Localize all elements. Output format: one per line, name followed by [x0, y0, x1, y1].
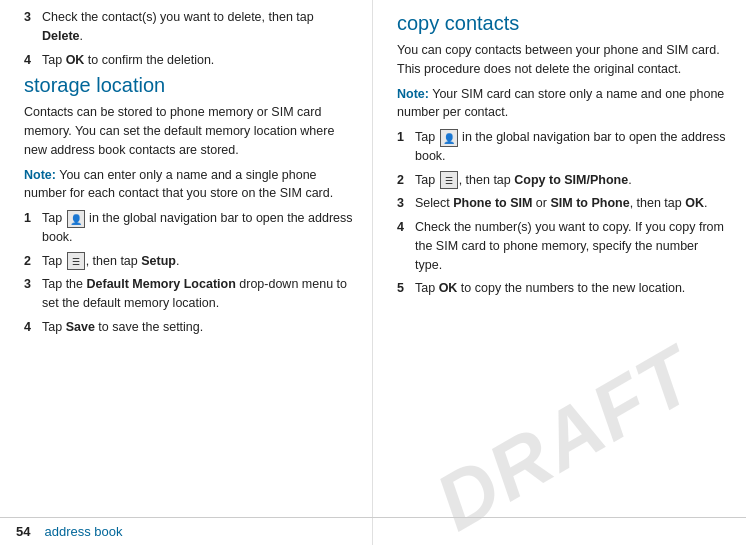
storage-step-1: 1 Tap 👤 in the global navigation bar to …	[24, 209, 354, 247]
s-step-num-4: 4	[24, 318, 42, 337]
s-step-num-2: 2	[24, 252, 42, 271]
storage-step-3: 3 Tap the Default Memory Location drop-d…	[24, 275, 354, 313]
intro-steps-list: 3 Check the contact(s) you want to delet…	[24, 8, 354, 69]
footer-page-num: 54	[16, 524, 30, 539]
storage-step-4: 4 Tap Save to save the setting.	[24, 318, 354, 337]
s-step-num-1: 1	[24, 209, 42, 228]
storage-body: Contacts can be stored to phone memory o…	[24, 103, 354, 159]
c-step-3-text: Select Phone to SIM or SIM to Phone, the…	[415, 194, 728, 213]
ok-label-1: OK	[66, 53, 85, 67]
save-label: Save	[66, 320, 95, 334]
step-num-3: 3	[24, 8, 42, 27]
note1-label: Note:	[24, 168, 56, 182]
c-step-1-text: Tap 👤 in the global navigation bar to op…	[415, 128, 728, 166]
storage-heading: storage location	[24, 74, 354, 97]
c-step-num-4: 4	[397, 218, 415, 237]
s-step-1-text: Tap 👤 in the global navigation bar to op…	[42, 209, 354, 247]
person-icon-right-1: 👤	[440, 129, 458, 147]
note1: Note: You can enter only a name and a si…	[24, 166, 354, 204]
step-4-text: Tap OK to confirm the deletion.	[42, 51, 354, 70]
footer-bar: 54 address book	[0, 517, 746, 545]
person-icon-left-1: 👤	[67, 210, 85, 228]
c-step-num-2: 2	[397, 171, 415, 190]
right-column: copy contacts You can copy contacts betw…	[373, 0, 746, 545]
copy-heading: copy contacts	[397, 12, 728, 35]
menu-icon-right-1: ☰	[440, 171, 458, 189]
s-step-4-text: Tap Save to save the setting.	[42, 318, 354, 337]
storage-step-2: 2 Tap ☰, then tap Setup.	[24, 252, 354, 271]
setup-label: Setup	[141, 254, 176, 268]
copy-body: You can copy contacts between your phone…	[397, 41, 728, 79]
menu-icon-left-1: ☰	[67, 252, 85, 270]
page-container: 3 Check the contact(s) you want to delet…	[0, 0, 746, 545]
phone-to-sim-label: Phone to SIM	[453, 196, 532, 210]
c-step-5-text: Tap OK to copy the numbers to the new lo…	[415, 279, 728, 298]
sim-to-phone-label: SIM to Phone	[550, 196, 629, 210]
c-step-2-text: Tap ☰, then tap Copy to SIM/Phone.	[415, 171, 728, 190]
c-step-num-3: 3	[397, 194, 415, 213]
storage-steps-list: 1 Tap 👤 in the global navigation bar to …	[24, 209, 354, 337]
copy-to-sim-label: Copy to SIM/Phone	[514, 173, 628, 187]
copy-steps-list: 1 Tap 👤 in the global navigation bar to …	[397, 128, 728, 298]
delete-label: Delete	[42, 29, 80, 43]
note2-label: Note:	[397, 87, 429, 101]
copy-step-1: 1 Tap 👤 in the global navigation bar to …	[397, 128, 728, 166]
copy-step-5: 5 Tap OK to copy the numbers to the new …	[397, 279, 728, 298]
s-step-num-3: 3	[24, 275, 42, 294]
c-step-num-5: 5	[397, 279, 415, 298]
step-3-delete: 3 Check the contact(s) you want to delet…	[24, 8, 354, 46]
copy-step-3: 3 Select Phone to SIM or SIM to Phone, t…	[397, 194, 728, 213]
copy-step-2: 2 Tap ☰, then tap Copy to SIM/Phone.	[397, 171, 728, 190]
footer-section-name: address book	[44, 524, 122, 539]
left-column: 3 Check the contact(s) you want to delet…	[0, 0, 373, 545]
step-3-text: Check the contact(s) you want to delete,…	[42, 8, 354, 46]
note2-text: Your SIM card can store only a name and …	[397, 87, 724, 120]
s-step-2-text: Tap ☰, then tap Setup.	[42, 252, 354, 271]
note2: Note: Your SIM card can store only a nam…	[397, 85, 728, 123]
ok-label-3: OK	[439, 281, 458, 295]
c-step-num-1: 1	[397, 128, 415, 147]
copy-step-4: 4 Check the number(s) you want to copy. …	[397, 218, 728, 274]
step-num-4: 4	[24, 51, 42, 70]
c-step-4-text: Check the number(s) you want to copy. If…	[415, 218, 728, 274]
note1-text: You can enter only a name and a single p…	[24, 168, 333, 201]
s-step-3-text: Tap the Default Memory Location drop-dow…	[42, 275, 354, 313]
default-memory-label: Default Memory Location	[86, 277, 235, 291]
step-4-confirm: 4 Tap OK to confirm the deletion.	[24, 51, 354, 70]
ok-label-2: OK	[685, 196, 704, 210]
